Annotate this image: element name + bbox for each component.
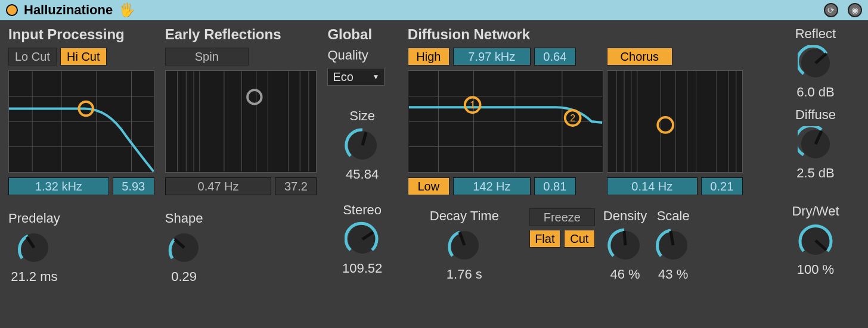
diffusion-network-section: Diffusion Network High 7.97 kHz 0.64	[408, 26, 761, 323]
global-heading: Global	[327, 26, 396, 43]
decay-knob[interactable]	[447, 227, 482, 263]
stereo-knob-group: Stereo 109.52	[327, 202, 396, 276]
device-activator[interactable]	[6, 4, 18, 16]
early-reflections-graph[interactable]	[165, 70, 317, 173]
svg-point-50	[658, 117, 673, 133]
dropdown-arrow-icon: ▼	[372, 73, 379, 81]
drywet-knob[interactable]	[798, 223, 833, 258]
shape-knob[interactable]	[166, 230, 202, 265]
density-value: 46 %	[610, 267, 640, 282]
svg-text:1: 1	[470, 100, 475, 110]
stereo-value: 109.52	[342, 261, 382, 276]
input-processing-section: Input Processing Lo Cut Hi Cut 1.32 kHz …	[8, 26, 154, 323]
hi-cut-button[interactable]: Hi Cut	[60, 48, 107, 65]
device-title: Halluzinatione	[24, 2, 113, 18]
svg-text:2: 2	[570, 113, 575, 123]
predelay-label: Predelay	[8, 211, 60, 226]
predelay-knob-group: Predelay 21.2 ms	[8, 211, 60, 285]
diffuse-label: Diffuse	[795, 107, 836, 123]
decay-value: 1.76 s	[447, 267, 482, 282]
input-processing-heading: Input Processing	[8, 26, 154, 43]
size-knob-group: Size 45.84	[327, 108, 396, 182]
drywet-value: 100 %	[797, 262, 834, 277]
global-section: Global Quality Eco ▼ Size 45.84 Stereo	[327, 26, 396, 323]
high-amount-value[interactable]: 0.64	[534, 48, 576, 65]
stereo-label: Stereo	[343, 202, 382, 218]
scale-knob-group: Scale 43 %	[655, 208, 691, 282]
spin-button[interactable]: Spin	[165, 48, 249, 65]
diffuse-value: 2.5 dB	[796, 165, 835, 181]
high-shelf-button[interactable]: High	[408, 48, 450, 65]
input-filter-graph[interactable]	[8, 70, 154, 173]
high-freq-value[interactable]: 7.97 kHz	[453, 48, 531, 65]
freeze-controls: Freeze Flat Cut	[529, 208, 595, 248]
low-shelf-button[interactable]: Low	[408, 177, 450, 195]
quality-value: Eco	[333, 70, 353, 84]
diffuse-knob[interactable]	[798, 126, 833, 162]
reflect-value: 6.0 dB	[796, 85, 835, 100]
diffusion-heading: Diffusion Network	[408, 26, 761, 43]
reflect-label: Reflect	[795, 26, 836, 42]
density-knob[interactable]	[607, 227, 643, 263]
size-value: 45.84	[346, 167, 379, 182]
input-freq-value[interactable]: 1.32 kHz	[8, 177, 109, 195]
chorus-button[interactable]: Chorus	[607, 48, 672, 65]
chorus-amount-value[interactable]: 0.21	[701, 177, 743, 195]
drywet-knob-group: Dry/Wet 100 %	[792, 204, 839, 277]
low-freq-value[interactable]: 142 Hz	[453, 177, 531, 195]
lo-cut-button[interactable]: Lo Cut	[8, 48, 57, 65]
spin-rate-value[interactable]: 0.47 Hz	[165, 177, 272, 195]
output-section: Reflect 6.0 dB Diffuse 2.5 dB Dry/Wet	[771, 26, 860, 323]
shape-label: Shape	[165, 211, 203, 226]
predelay-value: 21.2 ms	[11, 269, 57, 285]
chorus-graph[interactable]	[607, 70, 743, 173]
reflect-knob-group: Reflect 6.0 dB	[795, 26, 836, 100]
reverb-device: Halluzinatione 🖐 ⟳ ◉ Input Processing Lo…	[0, 0, 868, 328]
save-preset-button[interactable]: ◉	[848, 3, 862, 17]
hot-swap-icon[interactable]: 🖐	[119, 2, 135, 18]
title-bar: Halluzinatione 🖐 ⟳ ◉	[0, 0, 868, 20]
quality-label: Quality	[327, 48, 396, 63]
drywet-label: Dry/Wet	[792, 204, 839, 219]
randomize-button[interactable]: ⟳	[824, 3, 838, 17]
low-amount-value[interactable]: 0.81	[534, 177, 576, 195]
early-reflections-section: Early Reflections Spin 0.47 Hz 37.2	[165, 26, 317, 323]
shape-knob-group: Shape 0.29	[165, 211, 203, 285]
decay-knob-group: Decay Time 1.76 s	[408, 208, 521, 282]
diffusion-filter-graph[interactable]: 1 2	[408, 70, 603, 173]
chorus-rate-value[interactable]: 0.14 Hz	[607, 177, 698, 195]
device-body: Input Processing Lo Cut Hi Cut 1.32 kHz …	[0, 20, 868, 328]
input-amount-value[interactable]: 5.93	[113, 177, 154, 195]
spin-amount-value[interactable]: 37.2	[275, 177, 317, 195]
quality-dropdown[interactable]: Eco ▼	[327, 68, 385, 86]
cut-button[interactable]: Cut	[564, 230, 595, 248]
decay-label: Decay Time	[430, 208, 499, 224]
early-reflections-heading: Early Reflections	[165, 26, 317, 43]
reflect-knob[interactable]	[798, 45, 833, 81]
predelay-knob[interactable]	[16, 230, 52, 265]
scale-value: 43 %	[658, 267, 688, 282]
scale-knob[interactable]	[655, 227, 691, 263]
density-knob-group: Density 46 %	[603, 208, 647, 282]
stereo-knob[interactable]	[345, 221, 380, 257]
shape-value: 0.29	[171, 269, 197, 285]
flat-button[interactable]: Flat	[529, 230, 560, 248]
size-knob[interactable]	[345, 127, 380, 163]
freeze-button[interactable]: Freeze	[529, 208, 595, 226]
svg-point-21	[247, 90, 262, 104]
density-label: Density	[603, 208, 647, 224]
size-label: Size	[349, 108, 375, 124]
scale-label: Scale	[657, 208, 690, 224]
diffuse-knob-group: Diffuse 2.5 dB	[795, 107, 836, 181]
svg-line-54	[624, 231, 625, 245]
